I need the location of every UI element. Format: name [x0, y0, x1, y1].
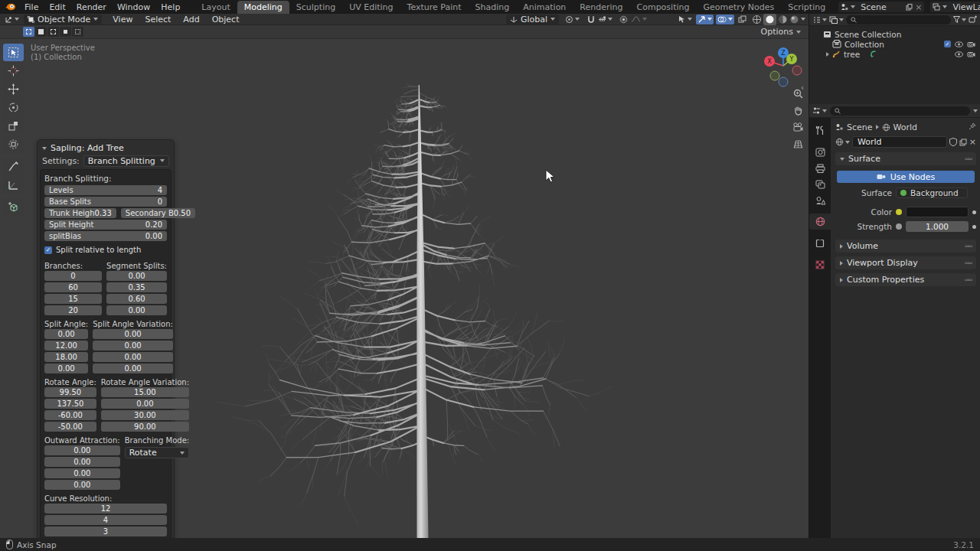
properties-editor-dropdown[interactable] — [812, 106, 827, 115]
outliner-row-scene-collection[interactable]: Scene Collection — [814, 29, 978, 39]
viewport-menu-add[interactable]: Add — [177, 15, 205, 24]
viewport-canvas[interactable]: User Perspective (1) Collection — [0, 39, 808, 538]
workspace-tab-animation[interactable]: Animation — [516, 1, 573, 14]
value-field[interactable]: 20 — [44, 305, 102, 315]
value-field[interactable]: 60 — [44, 282, 102, 292]
world-name-field[interactable]: World — [852, 136, 947, 148]
menu-render[interactable]: Render — [71, 2, 112, 12]
custom-properties-panel-header[interactable]: Custom Properties ══ — [835, 273, 976, 286]
select-box-tool[interactable] — [3, 44, 24, 61]
mode-dropdown[interactable]: Object Mode — [24, 15, 102, 24]
rotate-tool[interactable] — [3, 99, 24, 116]
gizmos-toggle[interactable] — [696, 15, 714, 24]
expand-icon[interactable] — [826, 52, 829, 57]
animate-dot-icon[interactable] — [972, 210, 976, 214]
value-field[interactable]: 99.50 — [44, 387, 96, 397]
operator-panel-header[interactable]: Sapling: Add Tree — [40, 142, 172, 154]
disable-render-camera-icon[interactable] — [967, 41, 975, 47]
collection-checkbox[interactable]: ✓ — [944, 41, 951, 47]
viewport-menu-object[interactable]: Object — [206, 15, 246, 24]
value-field[interactable]: 0.00 — [44, 329, 88, 339]
tab-texture[interactable] — [809, 256, 831, 272]
value-field[interactable]: 18.00 — [44, 352, 88, 362]
tab-view-layer[interactable] — [809, 176, 831, 192]
workspace-tab-scripting[interactable]: Scripting — [781, 1, 832, 14]
value-field[interactable]: 4 — [44, 515, 167, 525]
properties-options-dropdown[interactable] — [973, 109, 978, 112]
value-field[interactable]: 0.00 — [93, 329, 173, 339]
value-field[interactable]: 0.00 — [44, 480, 120, 490]
panel-grip[interactable]: ══ — [965, 155, 972, 163]
overlays-toggle[interactable] — [716, 15, 734, 24]
menu-help[interactable]: Help — [155, 2, 185, 12]
animate-dot-icon[interactable] — [972, 225, 976, 229]
strength-slider[interactable]: 1.000 — [906, 221, 969, 232]
cursor-tool[interactable] — [3, 62, 24, 80]
workspace-tab-modeling[interactable]: Modeling — [237, 1, 289, 14]
value-field[interactable]: 0.00 — [93, 364, 173, 373]
branching-mode-dropdown[interactable]: Rotate — [125, 447, 190, 458]
split-height-field[interactable]: Split Height0.20 — [44, 220, 167, 230]
levels-field[interactable]: Levels4 — [44, 185, 167, 195]
panel-grip[interactable]: ══ — [965, 276, 972, 284]
editor-type-dropdown[interactable] — [3, 15, 21, 24]
value-field[interactable]: 0 — [44, 271, 102, 281]
value-field[interactable]: 0.00 — [101, 399, 189, 409]
surface-panel-header[interactable]: Surface ══ — [835, 152, 976, 165]
workspace-tab-texture-paint[interactable]: Texture Paint — [400, 1, 469, 14]
trunk-height-field[interactable]: Trunk Heigh0.33 — [44, 208, 116, 218]
workspace-tab-sculpting[interactable]: Sculpting — [289, 1, 342, 14]
value-field[interactable]: 30.00 — [101, 410, 189, 420]
workspace-tab-geometry-nodes[interactable]: Geometry Nodes — [696, 1, 781, 14]
value-field[interactable]: 0.00 — [93, 352, 173, 362]
zoom-button[interactable] — [791, 86, 805, 100]
outliner-row-tree[interactable]: tree — [814, 49, 978, 59]
shading-dropdown[interactable] — [801, 18, 805, 21]
workspace-tab-shading[interactable]: Shading — [469, 1, 517, 14]
value-field[interactable]: 0.00 — [44, 445, 120, 455]
move-tool[interactable] — [3, 80, 24, 98]
secondary-branches-field[interactable]: Secondary B0.50 — [121, 208, 195, 218]
menu-file[interactable]: File — [19, 2, 44, 12]
pan-button[interactable] — [791, 103, 805, 117]
copy-icon[interactable] — [959, 139, 967, 146]
proportional-editing-toggle[interactable] — [618, 15, 629, 24]
value-field[interactable]: 0.00 — [93, 341, 173, 350]
outliner-editor-dropdown[interactable] — [812, 16, 827, 24]
camera-view-button[interactable] — [791, 120, 805, 134]
unlink-icon[interactable]: × — [969, 137, 976, 147]
pivot-point-dropdown[interactable] — [564, 15, 581, 24]
settings-preset-dropdown[interactable]: Branch Splitting — [83, 155, 169, 167]
workspace-tab-uv-editing[interactable]: UV Editing — [342, 1, 400, 14]
shading-solid-button[interactable] — [763, 14, 776, 25]
transform-tool[interactable] — [3, 135, 24, 153]
value-field[interactable]: 0.60 — [106, 294, 167, 304]
add-cube-tool[interactable] — [3, 198, 24, 216]
tab-object[interactable] — [809, 235, 831, 251]
measure-tool[interactable] — [3, 176, 24, 194]
value-field[interactable]: 12.00 — [44, 341, 88, 350]
shading-wireframe-icon[interactable] — [752, 15, 762, 24]
outliner-search-input[interactable] — [846, 15, 951, 24]
select-mode-new-button[interactable] — [23, 27, 34, 37]
value-field[interactable]: 0.35 — [106, 282, 167, 292]
value-field[interactable]: 12 — [44, 504, 167, 514]
viewport-menu-select[interactable]: Select — [139, 15, 177, 24]
tab-tool[interactable] — [809, 122, 831, 139]
pin-icon[interactable] — [969, 122, 976, 132]
fake-user-shield-icon[interactable] — [949, 138, 957, 146]
outliner-filter-dropdown[interactable] — [953, 16, 966, 23]
surface-shader-dropdown[interactable]: Background — [896, 187, 968, 198]
use-nodes-button[interactable]: Use Nodes — [837, 171, 975, 183]
orientation-dropdown[interactable]: Global — [506, 15, 559, 24]
scene-selector[interactable]: Scene × — [838, 2, 924, 12]
hide-eye-icon[interactable] — [955, 41, 963, 47]
value-field[interactable]: 15.00 — [101, 387, 189, 397]
shading-material-icon[interactable] — [778, 15, 788, 24]
snap-target-dropdown[interactable] — [596, 15, 614, 24]
world-browse-dropdown[interactable] — [835, 138, 850, 146]
split-bias-field[interactable]: splitBias0.00 — [44, 231, 167, 241]
xray-toggle[interactable] — [737, 15, 748, 24]
scene-name[interactable]: Scene — [858, 2, 903, 12]
ortho-toggle-button[interactable] — [791, 137, 805, 151]
